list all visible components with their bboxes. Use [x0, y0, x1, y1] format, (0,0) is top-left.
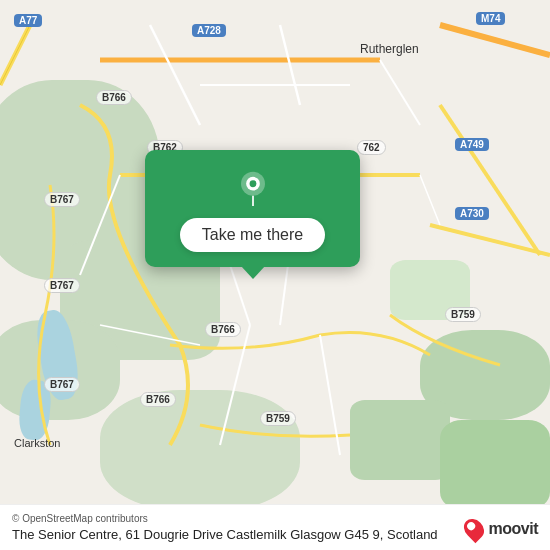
location-pin-icon	[235, 170, 271, 206]
bottom-info-bar: © OpenStreetMap contributors The Senior …	[0, 504, 550, 550]
road-label-b759-right: B759	[445, 307, 481, 322]
take-me-there-button[interactable]: Take me there	[180, 218, 325, 252]
svg-line-13	[220, 325, 250, 445]
road-label-m74: M74	[476, 12, 505, 25]
svg-line-7	[150, 25, 200, 125]
road-label-b766-mid: B766	[205, 322, 241, 337]
svg-line-16	[100, 325, 200, 345]
moovit-brand-label: moovit	[489, 520, 538, 538]
road-label-b767-low: B767	[44, 278, 80, 293]
location-name: The Senior Centre, 61 Dougrie Drive Cast…	[12, 527, 538, 544]
svg-line-17	[420, 175, 440, 225]
road-label-a730: A730	[455, 207, 489, 220]
place-rutherglen: Rutherglen	[360, 42, 419, 56]
road-label-a749: A749	[455, 138, 489, 151]
svg-line-9	[380, 60, 420, 125]
road-label-b759-bot: B759	[260, 411, 296, 426]
road-svg	[0, 0, 550, 550]
map-container: A77 A728 M74 B766 B762 762 A749 B767 A73…	[0, 0, 550, 550]
svg-line-1	[0, 25, 30, 85]
road-label-b767-bot: B767	[44, 377, 80, 392]
svg-point-20	[249, 180, 256, 187]
road-label-b766-low: B766	[140, 392, 176, 407]
road-label-b766-top: B766	[96, 90, 132, 105]
place-clarkston: Clarkston	[14, 437, 60, 449]
road-label-a728: A728	[192, 24, 226, 37]
svg-line-3	[440, 25, 550, 55]
moovit-logo: moovit	[465, 518, 538, 540]
svg-line-8	[280, 25, 300, 105]
moovit-dot-icon	[459, 515, 487, 543]
osm-attribution: © OpenStreetMap contributors	[12, 513, 538, 524]
road-label-a77: A77	[14, 14, 42, 27]
road-label-762-right: 762	[357, 140, 386, 155]
road-label-b767-mid: B767	[44, 192, 80, 207]
location-popup: Take me there	[145, 150, 360, 267]
